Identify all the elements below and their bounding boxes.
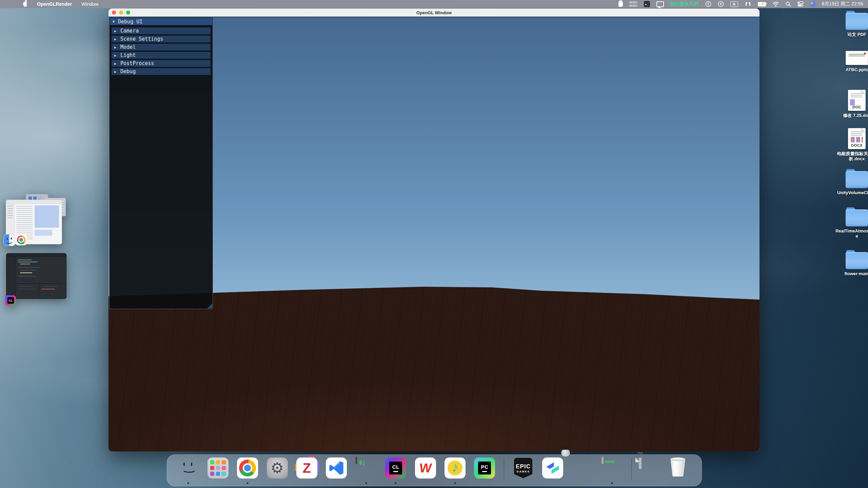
clion-icon: CL: [385, 458, 406, 479]
todesk-icon: [542, 458, 563, 479]
section-label: Scene Settings: [120, 36, 163, 42]
clion-badge-icon: CL: [5, 295, 16, 306]
chrome-badge-icon: [16, 234, 27, 245]
desktop-icon-folder-flower-main[interactable]: flower-main: [835, 252, 868, 276]
control-center-icon[interactable]: [797, 1, 804, 7]
jar-app-icon[interactable]: [618, 1, 623, 7]
menu-datetime[interactable]: 8月19日 周二 22:55: [822, 1, 863, 7]
folder-icon: [846, 13, 868, 30]
display-icon[interactable]: [656, 1, 664, 7]
window-title: OpenGL Window: [416, 10, 452, 15]
section-postprocess[interactable]: ▶ PostProcess: [112, 60, 211, 67]
folder-icon: [846, 171, 868, 188]
dock-finder[interactable]: [178, 458, 199, 479]
folder-icon: [846, 209, 868, 226]
dock-divider: [504, 458, 504, 481]
menu-window[interactable]: Window: [81, 1, 98, 7]
siri-icon[interactable]: [810, 1, 815, 7]
running-indicator: [247, 482, 249, 484]
dock-zotero[interactable]: Z: [296, 458, 317, 479]
dock-chrome[interactable]: [237, 458, 258, 479]
desktop-icon-doc[interactable]: DOC 修改 7.25.doc: [835, 90, 868, 118]
debug-ui-panel[interactable]: ▼ Debug UI ▶ Camera ▶ Scene Settings ▶ M…: [109, 17, 213, 309]
dock-pycharm[interactable]: PC: [474, 458, 495, 479]
input-method-badge[interactable]: A: [730, 1, 738, 7]
dock-qq-music[interactable]: ♪: [445, 458, 466, 479]
search-icon[interactable]: [786, 1, 791, 7]
expand-arrow-icon: ▶: [114, 45, 116, 49]
running-indicator: [365, 482, 367, 484]
wps-icon: W: [415, 458, 436, 479]
dock-zip-file[interactable]: ZIP: [640, 458, 661, 479]
expand-arrow-icon: ▶: [114, 54, 116, 57]
section-label: PostProcess: [120, 60, 154, 66]
stage-manager-group-ide[interactable]: CL: [5, 252, 68, 307]
ide-window-thumbnail: [6, 253, 66, 299]
dock-launchpad[interactable]: [208, 458, 229, 479]
dock-clion[interactable]: CL: [385, 458, 406, 479]
section-label: Light: [120, 52, 136, 58]
section-label: Debug: [120, 68, 136, 75]
window-titlebar[interactable]: OpenGL Window: [108, 8, 760, 17]
dock-vscode[interactable]: [326, 458, 347, 479]
stage-manager-group-browser[interactable]: [3, 194, 68, 246]
expand-arrow-icon: ▶: [114, 62, 116, 65]
exec-terminal-icon: exec: [601, 456, 604, 464]
section-camera[interactable]: ▶ Camera: [112, 27, 211, 34]
section-debug[interactable]: ▶ Debug: [112, 68, 211, 75]
flame-circle-icon[interactable]: [705, 1, 711, 7]
dock-preview[interactable]: [572, 458, 593, 479]
panel-title: Debug UI: [118, 19, 142, 25]
dock-wps-office[interactable]: W: [415, 458, 436, 479]
pycharm-icon: PC: [474, 458, 495, 479]
section-light[interactable]: ▶ Light: [112, 52, 211, 59]
running-indicator: [188, 482, 189, 484]
screenshot-app-icon[interactable]: [644, 1, 650, 7]
gear-icon: ⚙: [267, 458, 288, 479]
collapse-arrow-icon[interactable]: ▼: [113, 20, 115, 23]
section-scene-settings[interactable]: ▶ Scene Settings: [112, 36, 211, 42]
minimize-button[interactable]: [119, 11, 123, 15]
desktop-icon-folder-realtimeatmosphere[interactable]: RealTimeAtmosphere: [835, 209, 868, 239]
dock-todesk[interactable]: [542, 458, 563, 479]
dock-exec[interactable]: exec: [601, 458, 623, 479]
opengl-window: OpenGL Window ▼ Debug UI ▶ Camera ▶: [108, 8, 760, 451]
dock-trash[interactable]: [670, 458, 691, 479]
qq-music-icon: ♪: [445, 458, 466, 479]
menu-bar: OpenGLRender Window 0KB/s0KB/s 能让爱永不朽 A …: [0, 0, 868, 8]
dock-divider: [631, 458, 632, 481]
close-button[interactable]: [112, 11, 116, 15]
panel-resize-grip[interactable]: [207, 303, 212, 308]
section-model[interactable]: ▶ Model: [112, 44, 211, 50]
launchpad-icon: [208, 458, 229, 479]
opengl-viewport[interactable]: ▼ Debug UI ▶ Camera ▶ Scene Settings ▶ M…: [108, 17, 760, 451]
apple-menu-icon[interactable]: [23, 2, 27, 7]
music-lyric-text[interactable]: 能让爱永不朽: [670, 1, 699, 7]
desktop-icon-folder-unityvolumecloud[interactable]: UnityVolumeCloud: [835, 171, 868, 195]
airpods-icon[interactable]: [745, 1, 751, 7]
dock-system-settings[interactable]: ⚙: [267, 458, 288, 479]
dock-epic-games[interactable]: EPICGAMES: [513, 458, 534, 479]
zotero-icon: Z: [296, 458, 317, 479]
running-indicator: [395, 482, 397, 484]
desktop-icon-docx[interactable]: DOCX 电能质量指标关联分析.docx: [835, 128, 868, 161]
zoom-button[interactable]: [126, 11, 130, 15]
play-circle-icon[interactable]: [718, 1, 724, 7]
menu-app-name[interactable]: OpenGLRender: [37, 1, 72, 7]
finder-badge-icon: [3, 234, 15, 246]
expand-arrow-icon: ▶: [114, 37, 116, 41]
debug-ui-panel-titlebar[interactable]: ▼ Debug UI: [110, 18, 212, 25]
dock-terminal[interactable]: $|: [356, 458, 377, 479]
wifi-icon[interactable]: [772, 1, 779, 7]
desktop-icon-folder-pdf[interactable]: 论文 PDF: [835, 13, 868, 37]
network-speed[interactable]: 0KB/s0KB/s: [629, 1, 637, 7]
chrome-icon: [237, 458, 258, 479]
dock: ⚙ Z $| CL: [167, 454, 702, 486]
desktop-icon-pptx[interactable]: ATBC.pptx: [835, 51, 868, 72]
docx-file-icon: DOCX: [848, 128, 866, 149]
pptx-file-icon: [846, 51, 868, 65]
section-label: Model: [120, 44, 136, 50]
battery-icon[interactable]: ⚡: [758, 1, 766, 7]
running-indicator: [454, 482, 456, 484]
screen: OpenGLRender Window 0KB/s0KB/s 能让爱永不朽 A …: [0, 0, 868, 488]
